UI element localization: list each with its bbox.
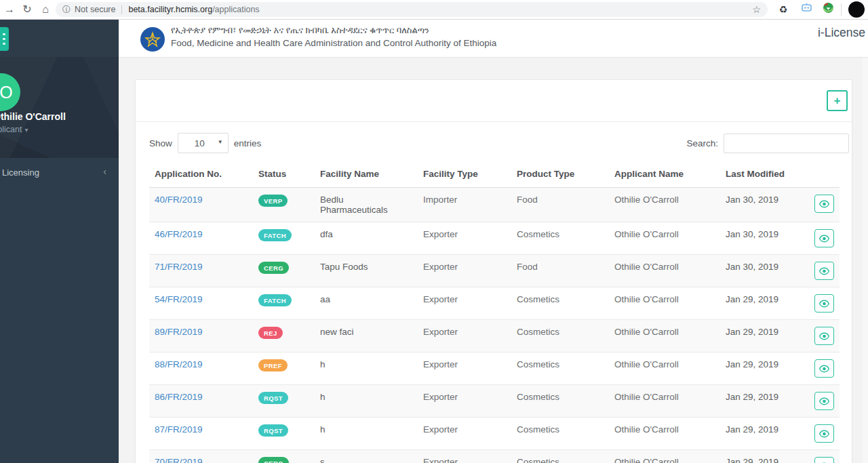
view-button[interactable]: [814, 457, 834, 463]
user-profile-panel: O Othilie O'Carroll Applicant▾: [0, 57, 119, 158]
entries-label: entries: [234, 138, 262, 148]
application-no-cell: 87/FR/2019: [149, 418, 253, 450]
column-header-facility-type[interactable]: Facility Type: [418, 163, 511, 188]
facility-type-cell: Exporter: [418, 287, 511, 320]
table-row: 89/FR/2019REJnew faciExporterCosmeticsOt…: [149, 320, 840, 353]
table-row: 87/FR/2019RQSThExporterCosmeticsOthilie …: [149, 418, 840, 450]
user-avatar[interactable]: O: [0, 73, 20, 111]
column-header-applicant-name[interactable]: Applicant Name: [609, 163, 720, 188]
caret-down-icon: ▾: [24, 126, 28, 134]
product-type-cell: Cosmetics: [511, 450, 609, 463]
recycle-extension-icon[interactable]: ♻: [776, 2, 791, 17]
application-link[interactable]: 89/FR/2019: [155, 327, 203, 337]
actions-cell: [809, 188, 840, 222]
applicant-name-cell: Othilie O'Carroll: [609, 450, 720, 463]
menu-toggle-button[interactable]: [0, 27, 9, 51]
actions-cell: [809, 450, 840, 463]
application-no-cell: 71/FR/2019: [149, 255, 253, 287]
applications-tbody: 40/FR/2019VERPBedlu PharmaceuticalsImpor…: [149, 188, 840, 463]
user-role-dropdown[interactable]: Applicant▾: [0, 125, 28, 134]
application-link[interactable]: 46/FR/2019: [155, 229, 203, 239]
application-link[interactable]: 40/FR/2019: [155, 195, 203, 205]
view-button[interactable]: [814, 294, 834, 313]
last-modified-cell: Jan 29, 2019: [720, 287, 809, 320]
sidebar-item-licensing[interactable]: Licensing ‹: [0, 158, 119, 186]
application-link[interactable]: 86/FR/2019: [155, 392, 203, 402]
view-button[interactable]: [814, 262, 834, 280]
address-bar[interactable]: ⓘ Not secure beta.facilityr.hcmis.org /a…: [56, 2, 768, 17]
application-link[interactable]: 70/FR/2019: [155, 457, 203, 463]
add-application-button[interactable]: +: [827, 90, 848, 111]
browser-bar: → ↻ ⌂ ⓘ Not secure beta.facilityr.hcmis.…: [0, 0, 868, 20]
facility-name-cell: h: [315, 418, 418, 450]
facility-name-cell: aa: [315, 287, 418, 320]
product-type-cell: Cosmetics: [511, 418, 609, 450]
column-header-product-type[interactable]: Product Type: [511, 163, 609, 188]
view-button[interactable]: [814, 359, 834, 378]
status-cell: RQST: [253, 385, 315, 418]
table-row: 86/FR/2019RQSThExporterCosmeticsOthilie …: [149, 385, 840, 418]
table-row: 70/FR/2019CERGsExporterCosmeticsOthilie …: [149, 450, 840, 463]
page-size-select[interactable]: 10: [178, 133, 229, 153]
view-button[interactable]: [814, 424, 834, 443]
facility-type-cell: Exporter: [418, 385, 511, 418]
table-row: 40/FR/2019VERPBedlu PharmaceuticalsImpor…: [149, 188, 840, 222]
column-header-last-modified[interactable]: Last Modified: [720, 163, 809, 188]
column-header-actions[interactable]: [809, 163, 840, 188]
forward-button[interactable]: →: [1, 1, 18, 18]
application-no-cell: 54/FR/2019: [149, 287, 253, 320]
page-scrollbar[interactable]: [863, 58, 868, 463]
eye-icon: [819, 300, 829, 308]
application-link[interactable]: 88/FR/2019: [155, 359, 203, 369]
home-button[interactable]: ⌂: [37, 1, 54, 18]
browser-profile-avatar[interactable]: [848, 1, 865, 18]
search-input[interactable]: [724, 134, 849, 153]
facility-type-cell: Exporter: [418, 222, 511, 255]
column-header-application-no-[interactable]: Application No.: [149, 163, 253, 188]
actions-cell: [809, 320, 840, 353]
download-manager-extension-icon[interactable]: [821, 2, 835, 17]
applicant-name-cell: Othilie O'Carroll: [609, 385, 720, 418]
org-name-amharic: የኢትዮጵያ የምግብ፣ የመድኃኒት እና የጤና ክብካቤ አስተዳደርና …: [171, 25, 429, 36]
facility-type-cell: Exporter: [418, 255, 511, 287]
status-badge: PREF: [258, 359, 288, 371]
reload-button[interactable]: ↻: [19, 1, 35, 18]
status-cell: CERG: [253, 255, 315, 287]
view-button[interactable]: [814, 195, 834, 213]
view-button[interactable]: [814, 327, 834, 345]
robot-extension-icon[interactable]: [799, 2, 814, 17]
table-row: 88/FR/2019PREFhExporterCosmeticsOthilie …: [149, 353, 840, 385]
product-type-cell: Cosmetics: [511, 353, 609, 385]
chevron-left-icon: ‹: [103, 166, 106, 177]
status-cell: FATCH: [253, 222, 315, 255]
facility-name-cell: Bedlu Pharmaceuticals: [315, 188, 418, 222]
column-header-status[interactable]: Status: [253, 163, 315, 188]
status-cell: FATCH: [253, 287, 315, 320]
status-badge: CERG: [258, 262, 289, 274]
applications-table-head-row: Application No.StatusFacility NameFacili…: [149, 163, 840, 188]
last-modified-cell: Jan 29, 2019: [720, 385, 809, 418]
status-badge: RQST: [258, 424, 288, 437]
column-header-facility-name[interactable]: Facility Name: [315, 163, 418, 188]
status-cell: RQST: [253, 418, 315, 450]
applicant-name-cell: Othilie O'Carroll: [609, 255, 720, 287]
application-no-cell: 89/FR/2019: [149, 320, 253, 353]
applicant-name-cell: Othilie O'Carroll: [609, 418, 720, 450]
bookmark-star-icon[interactable]: ☆: [752, 4, 761, 15]
eye-icon: [819, 397, 829, 405]
applicant-name-cell: Othilie O'Carroll: [609, 287, 720, 320]
info-icon[interactable]: ⓘ: [62, 4, 71, 16]
view-button[interactable]: [814, 229, 834, 247]
status-badge: FATCH: [258, 294, 292, 306]
status-badge: VERP: [258, 195, 288, 207]
application-link[interactable]: 71/FR/2019: [155, 262, 203, 272]
eye-icon: [819, 365, 829, 373]
facility-name-cell: h: [315, 353, 418, 385]
product-type-cell: Food: [511, 255, 609, 287]
application-link[interactable]: 87/FR/2019: [155, 424, 203, 435]
application-link[interactable]: 54/FR/2019: [155, 294, 203, 304]
search-label: Search:: [686, 138, 718, 148]
sidebar: O Othilie O'Carroll Applicant▾ Licensing…: [0, 20, 119, 463]
facility-type-cell: Exporter: [418, 353, 511, 385]
view-button[interactable]: [814, 392, 834, 410]
